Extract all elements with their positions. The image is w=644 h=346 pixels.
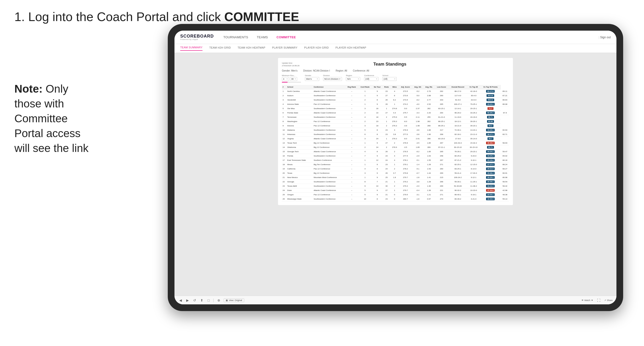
nav-tournaments[interactable]: TOURNAMENTS	[223, 34, 248, 40]
cell-1-14: 54-4-0	[480, 94, 501, 98]
cell-18-12: 83-25-1	[448, 167, 467, 171]
cell-22-7: 2	[390, 184, 398, 188]
subnav-player-h2h-heatmap[interactable]: PLAYER H2H HEATMAP	[336, 46, 366, 50]
cell-15-6: 24	[382, 154, 390, 158]
min-rounds-val2[interactable]: 30	[290, 77, 297, 81]
cell-24-15: 48.38	[501, 193, 509, 197]
cell-12-13: 15-32-2	[467, 141, 480, 145]
th-vs-top25: Vs Top 25	[467, 85, 480, 89]
cell-18-6: 24	[382, 167, 390, 171]
conference-select[interactable]: (All)	[364, 77, 378, 81]
cell-2-9: -6.2	[412, 98, 423, 102]
cell-19-12: 59-41-4	[448, 171, 467, 175]
cell-6-7: 275.9	[390, 115, 398, 119]
cell-15-5: 9	[372, 154, 383, 158]
toolbar-back[interactable]: ◀	[178, 298, 183, 303]
panel-title: Team Standings	[299, 62, 480, 67]
cell-2-6: 26	[382, 98, 390, 102]
cell-25-5: 8	[372, 197, 383, 201]
cell-10-7: 3.8	[390, 132, 398, 137]
cell-0-14: 63-17-0	[480, 89, 501, 94]
nav-committee[interactable]: COMMITTEE	[276, 34, 296, 40]
cell-16-3: –	[345, 158, 358, 163]
cell-7-10: 262	[423, 119, 435, 124]
table-row: 9ArizonaPac-12 Conference–3182276.3-4.61…	[282, 124, 509, 128]
cell-20-12: 109-24-2	[448, 175, 467, 180]
cell-9-6: 23	[382, 128, 390, 132]
view-original-button[interactable]: ▦ View: Original	[224, 298, 244, 302]
cell-23-11: 221	[434, 188, 448, 193]
cell-0-9: -5.2	[412, 89, 423, 94]
cell-8-14: 60.3	[480, 124, 501, 128]
toolbar-forward[interactable]: ▶	[185, 298, 190, 303]
nav-teams[interactable]: TEAMS	[257, 34, 268, 40]
school-select[interactable]: (All)	[382, 77, 397, 81]
cell-23-14: 47-30-0	[480, 188, 501, 193]
share-button[interactable]: ↗ Share	[604, 299, 612, 302]
min-rounds-slider[interactable]	[282, 82, 301, 83]
cell-1-0: 2	[282, 94, 287, 98]
region-select[interactable]: N/A	[346, 77, 360, 81]
subnav-team-h2h-grid[interactable]: TEAM H2H GRID	[209, 46, 231, 50]
cell-12-15: 58.94	[501, 141, 509, 145]
school-control-label: School	[382, 74, 397, 77]
cell-8-4: 3	[358, 124, 372, 128]
cell-12-8: 276.9	[398, 141, 412, 145]
cell-18-0: 19	[282, 167, 287, 171]
table-row: 1North CarolinaAtlantic Coast Conference…	[282, 89, 509, 94]
gender-select[interactable]: Men's	[305, 77, 319, 81]
table-row: 10AlabamaSoutheastern Conference–5823327…	[282, 128, 509, 132]
cell-9-12: 72-30-1	[448, 128, 467, 132]
cell-17-11: 271	[434, 163, 448, 167]
share-icon: ↗	[604, 299, 606, 302]
cell-12-1: Texas Tech	[287, 141, 313, 145]
cell-12-3: –	[345, 141, 358, 145]
cell-23-6: 27	[382, 188, 390, 193]
division-select[interactable]: NCAA Division I	[323, 77, 342, 81]
conference-value: All	[366, 69, 369, 72]
cell-10-4: 6	[358, 132, 372, 137]
subnav-team-h2h-heatmap[interactable]: TEAM H2H HEATMAP	[238, 46, 265, 50]
cell-20-14: 29-25-1	[480, 175, 501, 180]
cell-7-2: Pac-12 Conference	[313, 119, 345, 124]
subnav-player-summary[interactable]: PLAYER SUMMARY	[272, 46, 298, 50]
cell-6-14: 68.71	[480, 115, 501, 119]
cell-5-1: Florida State	[287, 111, 313, 115]
cell-4-8: -5.0	[398, 107, 412, 111]
table-row: 16FloridaSoutheastern Conference–7924427…	[282, 154, 509, 158]
subnav-player-h2h-grid[interactable]: PLAYER H2H GRID	[304, 46, 329, 50]
cell-5-4: 2	[358, 111, 372, 115]
th-rank: #	[282, 85, 287, 89]
toolbar-refresh[interactable]: ↺	[192, 298, 197, 303]
cell-1-6: 27	[382, 94, 390, 98]
sign-out-button[interactable]: Sign out	[599, 36, 611, 39]
cell-23-3: –	[345, 188, 358, 193]
cell-4-3: –	[345, 107, 358, 111]
cell-13-8: -3.5	[398, 145, 412, 150]
cell-13-2: Big 12 Conference	[313, 145, 345, 150]
cell-0-7: 4	[390, 89, 398, 94]
toolbar-bookmark[interactable]: □	[206, 298, 210, 303]
cell-11-10: 268	[423, 137, 435, 141]
cell-2-13: 42-6-0	[467, 98, 480, 102]
toolbar-fullscreen[interactable]: ⛶	[596, 298, 601, 303]
cell-22-5: 10	[372, 184, 383, 188]
cell-16-4: 1	[358, 158, 372, 163]
watch-button[interactable]: 👁 Watch ▼	[582, 299, 593, 302]
subnav-team-summary[interactable]: TEAM SUMMARY	[180, 46, 202, 51]
cell-0-10: 2.70	[423, 89, 435, 94]
cell-5-10: 2.20	[423, 111, 435, 115]
toolbar-share-link[interactable]: ⬆	[200, 298, 204, 303]
division-control: Division NCAA Division I	[323, 74, 342, 81]
cell-20-2: Mountain West Conference	[313, 175, 345, 180]
table-row: 3VanderbiltSoutheastern Conference–28266…	[282, 98, 509, 102]
panel-header: Update time: 27/03/2024 16:56:26 Team St…	[282, 62, 509, 67]
tablet-frame: SCOREBOARD Powered by clippd TOURNAMENTS…	[168, 24, 623, 311]
cell-24-11: 271	[434, 193, 448, 197]
min-rounds-val1[interactable]: 4	[282, 77, 289, 81]
cell-10-5: 8	[372, 132, 383, 137]
toolbar-info[interactable]: ⊕	[216, 298, 221, 303]
main-content: Update time: 27/03/2024 16:56:26 Team St…	[174, 53, 616, 296]
cell-13-4: 2	[358, 145, 372, 150]
cell-15-10: 1.63	[423, 154, 435, 158]
